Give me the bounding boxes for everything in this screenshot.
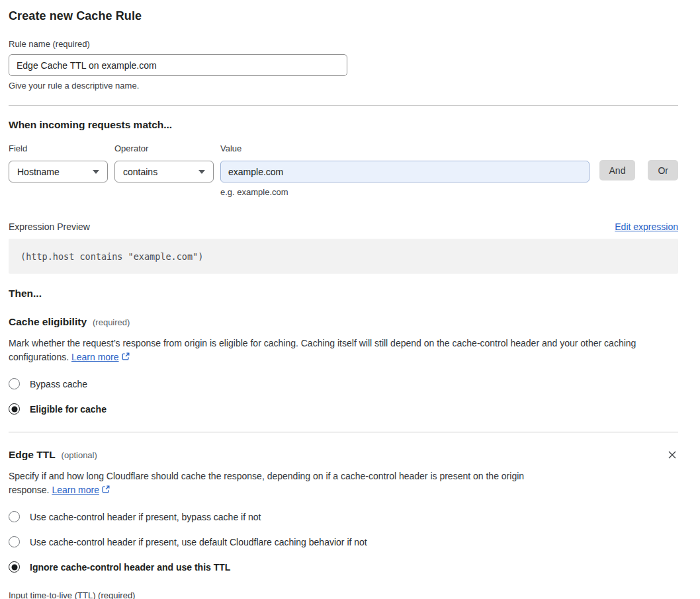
required-badge: (required)	[93, 317, 130, 327]
edit-expression-link[interactable]: Edit expression	[615, 221, 678, 232]
radio-icon	[9, 511, 20, 522]
radio-label: Ignore cache-control header and use this…	[30, 562, 230, 573]
page-title: Create new Cache Rule	[9, 9, 678, 23]
radio-icon	[9, 561, 20, 573]
external-link-icon	[121, 352, 130, 361]
operator-column: Operator contains	[114, 143, 214, 182]
operator-select-value: contains	[123, 167, 157, 177]
learn-more-link[interactable]: Learn more	[52, 485, 110, 495]
radio-icon	[9, 378, 20, 389]
optional-badge: (optional)	[62, 450, 97, 460]
external-link-icon	[101, 485, 110, 494]
value-input[interactable]	[220, 161, 590, 182]
create-cache-rule-form: Create new Cache Rule Rule name (require…	[0, 0, 691, 599]
expression-preview-row: Expression Preview Edit expression	[9, 221, 678, 232]
value-label: Value	[220, 143, 590, 153]
divider	[9, 432, 678, 432]
match-row: Field Hostname Operator contains Value e…	[9, 143, 678, 197]
edge-ttl-header: Edge TTL (optional)	[9, 449, 678, 461]
chevron-down-icon	[198, 170, 205, 174]
rule-name-help: Give your rule a descriptive name.	[9, 81, 678, 91]
value-help: e.g. example.com	[220, 187, 590, 197]
radio-bypass-cache[interactable]: Bypass cache	[9, 378, 678, 389]
field-select-value: Hostname	[17, 167, 60, 177]
field-label: Field	[9, 143, 108, 153]
rule-name-group: Rule name (required) Give your rule a de…	[9, 39, 678, 91]
match-heading: When incoming requests match...	[9, 119, 678, 131]
radio-use-header-bypass[interactable]: Use cache-control header if present, byp…	[9, 511, 678, 522]
learn-more-label: Learn more	[52, 485, 99, 495]
field-select[interactable]: Hostname	[9, 161, 108, 182]
operator-label: Operator	[114, 143, 214, 153]
field-column: Field Hostname	[9, 143, 108, 182]
radio-icon	[9, 536, 20, 547]
radio-label: Use cache-control header if present, byp…	[30, 512, 261, 522]
operator-select[interactable]: contains	[114, 161, 214, 182]
ttl-group: Input time-to-live (TTL) (required)	[9, 590, 678, 599]
expression-code: (http.host contains "example.com")	[9, 239, 678, 274]
close-icon[interactable]	[666, 450, 678, 461]
radio-eligible-for-cache[interactable]: Eligible for cache	[9, 403, 678, 415]
chevron-down-icon	[93, 170, 99, 174]
cache-eligibility-title: Cache eligibility	[9, 316, 87, 328]
radio-label: Bypass cache	[30, 379, 87, 389]
value-column: Value e.g. example.com	[220, 143, 590, 197]
cache-eligibility-header: Cache eligibility (required)	[9, 316, 678, 328]
radio-label: Eligible for cache	[30, 404, 107, 415]
learn-more-link[interactable]: Learn more	[71, 352, 130, 362]
or-button[interactable]: Or	[648, 160, 678, 180]
divider	[9, 105, 678, 106]
radio-use-header-default[interactable]: Use cache-control header if present, use…	[9, 536, 678, 547]
expression-preview-label: Expression Preview	[9, 221, 90, 232]
edge-ttl-title: Edge TTL	[9, 449, 56, 461]
then-heading: Then...	[9, 288, 678, 300]
rule-name-input[interactable]	[9, 54, 347, 76]
radio-ignore-header-use-ttl[interactable]: Ignore cache-control header and use this…	[9, 561, 678, 573]
edge-ttl-description: Specify if and how long Cloudflare shoul…	[9, 469, 561, 497]
andor-buttons: And Or	[599, 160, 678, 180]
learn-more-label: Learn more	[71, 352, 119, 362]
and-button[interactable]: And	[599, 160, 636, 180]
radio-label: Use cache-control header if present, use…	[30, 537, 367, 547]
ttl-label: Input time-to-live (TTL) (required)	[9, 590, 678, 599]
rule-name-label: Rule name (required)	[9, 39, 678, 49]
cache-eligibility-description: Mark whether the request’s response from…	[9, 337, 678, 364]
radio-icon	[9, 403, 20, 415]
